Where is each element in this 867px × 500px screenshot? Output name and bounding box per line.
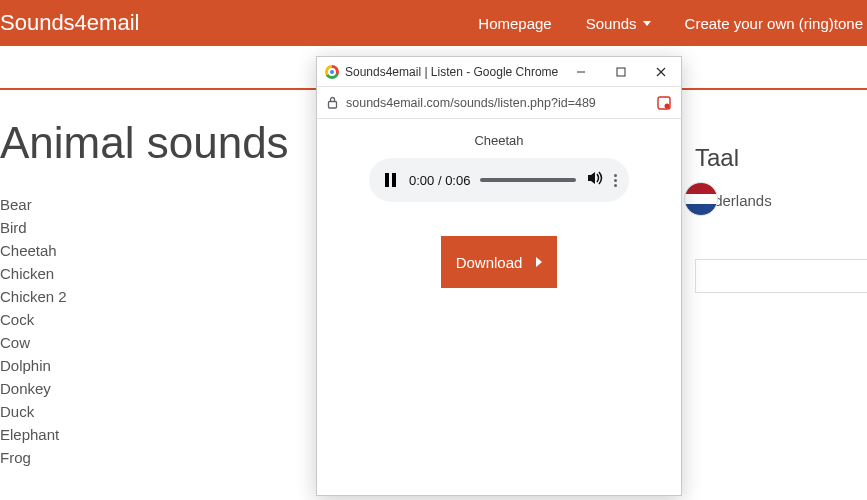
volume-button[interactable] (586, 169, 604, 191)
nav-menu: Homepage Sounds Create your own (ring)to… (478, 15, 867, 32)
sound-title: Cheetah (474, 133, 523, 148)
nav-create[interactable]: Create your own (ring)tone (685, 15, 863, 32)
popup-window: Sounds4email | Listen - Google Chrome so… (316, 56, 682, 496)
audio-player: 0:00 / 0:06 (369, 158, 629, 202)
window-controls (561, 57, 681, 86)
sidebar: Taal Nederlands Search (687, 90, 867, 466)
chrome-icon (325, 65, 339, 79)
play-pause-button[interactable] (381, 173, 399, 187)
nav-sounds[interactable]: Sounds (586, 15, 651, 32)
window-titlebar: Sounds4email | Listen - Google Chrome (317, 57, 681, 87)
extension-icon[interactable] (657, 96, 671, 110)
search-row: Search (695, 259, 867, 293)
minimize-button[interactable] (561, 57, 601, 86)
search-input[interactable] (695, 259, 867, 293)
pause-icon (385, 173, 396, 187)
download-label: Download (456, 254, 523, 271)
seek-slider[interactable] (480, 178, 576, 182)
close-icon (656, 67, 666, 77)
maximize-button[interactable] (601, 57, 641, 86)
svg-rect-1 (617, 68, 625, 76)
flag-icon (684, 182, 718, 216)
player-menu-button[interactable] (614, 174, 617, 187)
language-value[interactable]: Nederlands (695, 192, 867, 209)
address-bar[interactable]: sounds4email.com/sounds/listen.php?id=48… (317, 87, 681, 119)
arrow-right-icon (536, 257, 542, 267)
svg-point-6 (665, 103, 670, 108)
top-navbar: Sounds4email Homepage Sounds Create your… (0, 0, 867, 46)
time-display: 0:00 / 0:06 (409, 173, 470, 188)
volume-icon (586, 169, 604, 187)
minimize-icon (576, 67, 586, 77)
url-text: sounds4email.com/sounds/listen.php?id=48… (346, 96, 649, 110)
lock-icon (327, 96, 338, 109)
maximize-icon (616, 67, 626, 77)
nav-create-label: Create your own (ring)tone (685, 15, 863, 32)
close-button[interactable] (641, 57, 681, 86)
window-title: Sounds4email | Listen - Google Chrome (345, 65, 561, 79)
nav-sounds-label: Sounds (586, 15, 637, 32)
download-button[interactable]: Download (441, 236, 557, 288)
svg-rect-4 (329, 102, 337, 109)
popup-body: Cheetah 0:00 / 0:06 Download (317, 119, 681, 302)
nav-homepage-label: Homepage (478, 15, 551, 32)
chevron-down-icon (643, 21, 651, 26)
brand-logo[interactable]: Sounds4email (0, 10, 139, 36)
nav-homepage[interactable]: Homepage (478, 15, 551, 32)
language-heading: Taal (695, 144, 867, 172)
